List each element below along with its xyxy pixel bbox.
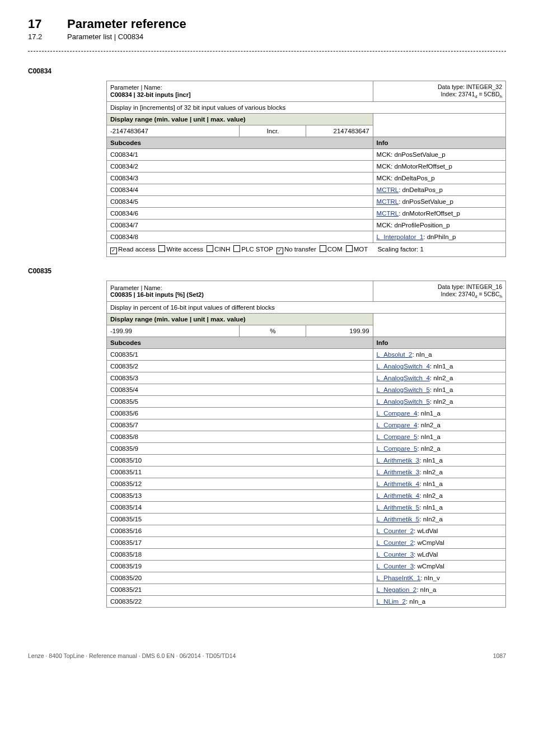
info-link[interactable]: MCTRL bbox=[377, 210, 399, 217]
info-link[interactable]: L_Arithmetik_4 bbox=[377, 492, 420, 499]
info-link[interactable]: L_AnalogSwitch_5 bbox=[377, 386, 430, 393]
param-header-title: C00834 | 32-bit inputs [incr] bbox=[110, 91, 369, 99]
info-cell: L_Compare_4: nIn1_a bbox=[373, 408, 505, 419]
display-range-label: Display range (min. value | unit | max. … bbox=[107, 314, 373, 325]
info-cell: L_Interpolator_1: dnPhiIn_p bbox=[373, 231, 505, 243]
param-description: Display in percent of 16-bit input value… bbox=[107, 302, 506, 314]
info-cell: L_Absolut_2: nIn_a bbox=[373, 349, 505, 361]
info-link[interactable]: L_Compare_4 bbox=[377, 422, 418, 428]
access-label: MOT bbox=[354, 246, 368, 253]
access-label: CINH bbox=[214, 246, 230, 253]
access-checkbox bbox=[207, 245, 213, 252]
chapter-title-text: Parameter reference bbox=[67, 17, 186, 31]
param-code-heading: C00834 bbox=[28, 67, 506, 75]
info-link[interactable]: L_Absolut_2 bbox=[377, 351, 413, 358]
subcode-cell: C00835/17 bbox=[107, 537, 373, 549]
subcode-cell: C00834/3 bbox=[107, 172, 373, 184]
info-cell: L_AnalogSwitch_5: nIn1_a bbox=[373, 384, 505, 396]
param-header-right: Data type: INTEGER_16 Index: 23740d = 5C… bbox=[373, 281, 505, 302]
chapter-number: 17 bbox=[28, 17, 67, 31]
info-cell: L_Arithmetik_4: nIn2_a bbox=[373, 490, 505, 502]
info-link[interactable]: L_Arithmetik_4 bbox=[377, 480, 420, 487]
info-cell: MCTRL: dnPosSetValue_p bbox=[373, 196, 505, 208]
access-checkbox bbox=[158, 245, 165, 252]
subcode-cell: C00835/1 bbox=[107, 349, 373, 361]
info-link[interactable]: L_Interpolator_1 bbox=[377, 234, 424, 240]
param-header-left: Parameter | Name: C00835 | 16-bit inputs… bbox=[107, 281, 373, 302]
info-link[interactable]: L_Arithmetik_5 bbox=[377, 504, 420, 511]
info-link[interactable]: L_Counter_2 bbox=[377, 539, 414, 546]
subcode-cell: C00835/4 bbox=[107, 384, 373, 396]
chapter-sub-number: 17.2 bbox=[28, 32, 67, 41]
divider-dashed bbox=[28, 51, 506, 52]
param-description: Display in [increments] of 32 bit input … bbox=[107, 102, 506, 114]
info-cell: L_AnalogSwitch_5: nIn2_a bbox=[373, 396, 505, 408]
access-label: PLC STOP bbox=[241, 246, 273, 253]
param-code-heading: C00835 bbox=[28, 267, 506, 275]
access-label: Write access bbox=[166, 246, 203, 253]
info-link[interactable]: MCTRL bbox=[377, 198, 399, 205]
param-data-type: Data type: INTEGER_32 bbox=[438, 83, 502, 90]
subcode-cell: C00835/8 bbox=[107, 431, 373, 443]
subcode-cell: C00835/10 bbox=[107, 455, 373, 466]
subcode-cell: C00835/6 bbox=[107, 408, 373, 419]
subcode-cell: C00835/11 bbox=[107, 466, 373, 478]
info-cell: L_Arithmetik_4: nIn1_a bbox=[373, 478, 505, 490]
info-link[interactable]: L_Counter_3 bbox=[377, 563, 414, 570]
subcodes-header: Subcodes bbox=[107, 137, 373, 149]
info-link[interactable]: L_Compare_4 bbox=[377, 410, 418, 417]
info-link[interactable]: L_AnalogSwitch_4 bbox=[377, 375, 430, 381]
info-cell: L_Counter_3: wCmpVal bbox=[373, 561, 505, 572]
footer-page-number: 1087 bbox=[493, 652, 506, 659]
info-cell: L_Counter_2: wCmpVal bbox=[373, 537, 505, 549]
info-link[interactable]: L_PhaseIntK_1 bbox=[377, 575, 421, 581]
range-min: -199.99 bbox=[107, 325, 240, 337]
range-max: 199.99 bbox=[306, 325, 373, 337]
subcode-cell: C00835/7 bbox=[107, 419, 373, 431]
info-link[interactable]: L_AnalogSwitch_4 bbox=[377, 363, 430, 370]
info-link[interactable]: L_AnalogSwitch_5 bbox=[377, 398, 430, 405]
page-footer: Lenze · 8400 TopLine · Reference manual … bbox=[0, 652, 534, 670]
access-label: No transfer bbox=[284, 246, 316, 253]
info-link[interactable]: L_Arithmetik_3 bbox=[377, 469, 420, 475]
subcode-cell: C00834/2 bbox=[107, 161, 373, 172]
subcode-cell: C00835/14 bbox=[107, 502, 373, 514]
param-index: Index: 23741d = 5CBDh bbox=[441, 91, 502, 97]
footer-left: Lenze · 8400 TopLine · Reference manual … bbox=[28, 652, 236, 659]
info-link[interactable]: L_Counter_3 bbox=[377, 551, 414, 558]
subcodes-header: Subcodes bbox=[107, 337, 373, 349]
info-cell: L_Counter_3: wLdVal bbox=[373, 549, 505, 561]
info-cell: MCK: dnDeltaPos_p bbox=[373, 172, 505, 184]
info-cell: L_Compare_4: nIn2_a bbox=[373, 419, 505, 431]
param-header-title: C00835 | 16-bit inputs [%] (Set2) bbox=[110, 291, 369, 298]
info-cell: L_Arithmetik_5: nIn2_a bbox=[373, 514, 505, 525]
access-checkbox bbox=[233, 245, 240, 252]
chapter-heading: 17Parameter reference bbox=[28, 17, 506, 31]
subcode-cell: C00835/2 bbox=[107, 361, 373, 372]
access-checkbox bbox=[110, 248, 117, 254]
info-link[interactable]: L_Compare_5 bbox=[377, 445, 418, 452]
subcode-cell: C00834/7 bbox=[107, 220, 373, 231]
range-max: 2147483647 bbox=[306, 125, 373, 137]
info-cell: MCTRL: dnDeltaPos_p bbox=[373, 184, 505, 196]
param-header-name-label: Parameter | Name: bbox=[110, 84, 369, 91]
access-checkbox bbox=[277, 248, 283, 254]
subcode-cell: C00834/5 bbox=[107, 196, 373, 208]
param-data-type: Data type: INTEGER_16 bbox=[438, 283, 502, 290]
subcode-cell: C00835/9 bbox=[107, 443, 373, 455]
param-header-right: Data type: INTEGER_32 Index: 23741d = 5C… bbox=[373, 81, 505, 102]
info-link[interactable]: MCTRL bbox=[377, 186, 399, 193]
info-link[interactable]: L_Arithmetik_5 bbox=[377, 516, 420, 522]
chapter-subheading: 17.2Parameter list | C00834 bbox=[28, 32, 506, 41]
info-link[interactable]: L_NLim_2 bbox=[377, 598, 406, 605]
info-link[interactable]: L_Negation_2 bbox=[377, 586, 417, 593]
info-cell: L_PhaseIntK_1: nIn_v bbox=[373, 572, 505, 584]
access-checkbox bbox=[346, 245, 353, 252]
display-range-label: Display range (min. value | unit | max. … bbox=[107, 114, 373, 125]
subcode-cell: C00835/21 bbox=[107, 584, 373, 596]
info-link[interactable]: L_Counter_2 bbox=[377, 528, 414, 534]
subcode-cell: C00834/4 bbox=[107, 184, 373, 196]
info-link[interactable]: L_Arithmetik_3 bbox=[377, 457, 420, 464]
info-link[interactable]: L_Compare_5 bbox=[377, 433, 418, 440]
info-cell: MCK: dnMotorRefOffset_p bbox=[373, 161, 505, 172]
